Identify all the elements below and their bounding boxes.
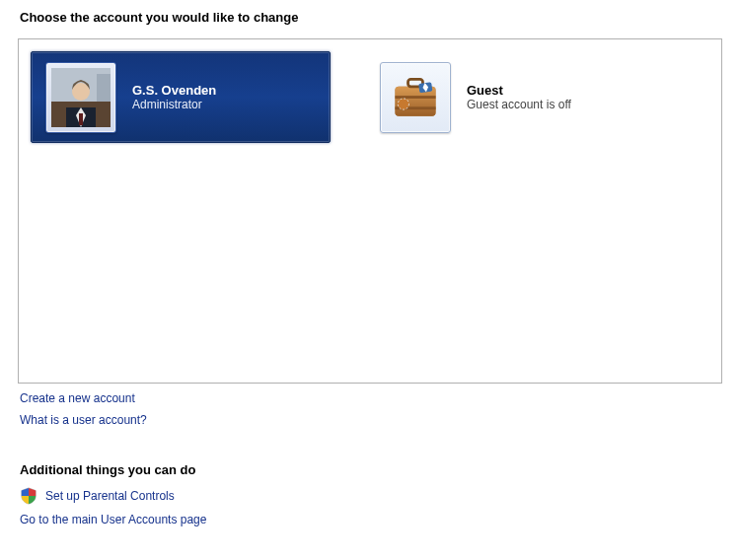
account-name: Guest (467, 83, 571, 98)
create-account-link[interactable]: Create a new account (20, 391, 135, 405)
parental-controls-link[interactable]: Set up Parental Controls (45, 489, 175, 503)
page-title: Choose the account you would like to cha… (20, 10, 722, 25)
main-accounts-link[interactable]: Go to the main User Accounts page (20, 513, 206, 526)
svg-rect-9 (395, 96, 435, 99)
account-role: Administrator (132, 98, 216, 111)
svg-rect-5 (79, 113, 83, 125)
account-text: G.S. Ovenden Administrator (132, 83, 216, 111)
what-is-account-link[interactable]: What is a user account? (20, 413, 147, 427)
parental-controls-row: Set up Parental Controls (20, 487, 720, 505)
accounts-panel: G.S. Ovenden Administrator (18, 38, 722, 384)
account-card-guest[interactable]: Guest Guest account is off (380, 51, 646, 143)
account-role: Guest account is off (467, 98, 571, 111)
suitcase-icon (380, 62, 451, 133)
svg-rect-3 (97, 74, 111, 102)
account-text: Guest Guest account is off (467, 83, 571, 111)
main-accounts-row: Go to the main User Accounts page (20, 509, 720, 526)
panel-links: Create a new account What is a user acco… (18, 391, 722, 427)
shield-icon (20, 487, 37, 505)
account-name: G.S. Ovenden (132, 83, 216, 98)
user-avatar (45, 62, 116, 133)
account-card-ovenden[interactable]: G.S. Ovenden Administrator (31, 51, 331, 143)
additional-heading: Additional things you can do (20, 462, 720, 477)
